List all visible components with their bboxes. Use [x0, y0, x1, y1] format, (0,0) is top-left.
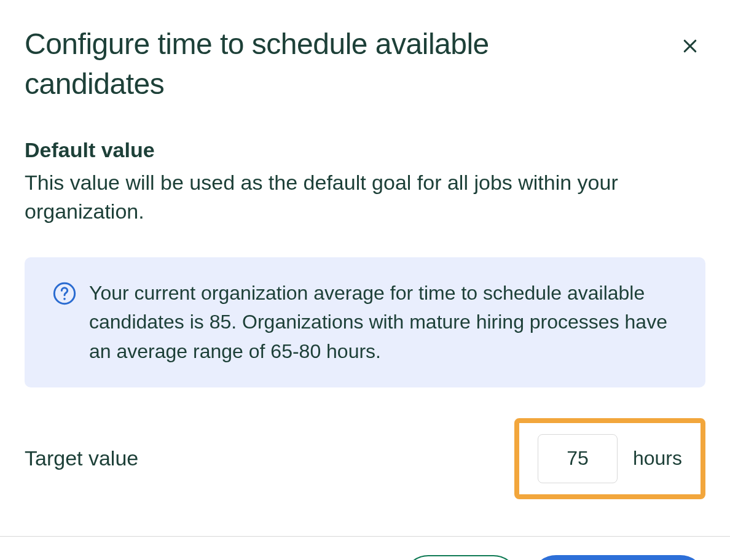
info-text: Your current organization average for ti… — [89, 279, 678, 366]
default-value-section: Default value This value will be used as… — [25, 138, 705, 227]
target-value-row: Target value hours — [25, 418, 705, 499]
cancel-button[interactable]: Cancel — [403, 555, 518, 560]
help-icon — [52, 281, 77, 306]
section-heading: Default value — [25, 138, 705, 162]
modal-title: Configure time to schedule available can… — [25, 25, 621, 104]
modal-footer: Cancel Save changes — [0, 537, 730, 560]
target-value-unit: hours — [633, 447, 682, 470]
target-value-highlight: hours — [514, 418, 705, 499]
save-button[interactable]: Save changes — [531, 555, 705, 560]
svg-point-1 — [63, 298, 66, 300]
modal-header: Configure time to schedule available can… — [25, 25, 705, 104]
section-description: This value will be used as the default g… — [25, 168, 705, 227]
close-icon — [681, 48, 699, 57]
target-value-input[interactable] — [538, 434, 618, 483]
close-button[interactable] — [675, 31, 705, 63]
info-box: Your current organization average for ti… — [25, 257, 705, 387]
target-value-label: Target value — [25, 446, 138, 470]
configure-modal: Configure time to schedule available can… — [0, 0, 730, 536]
